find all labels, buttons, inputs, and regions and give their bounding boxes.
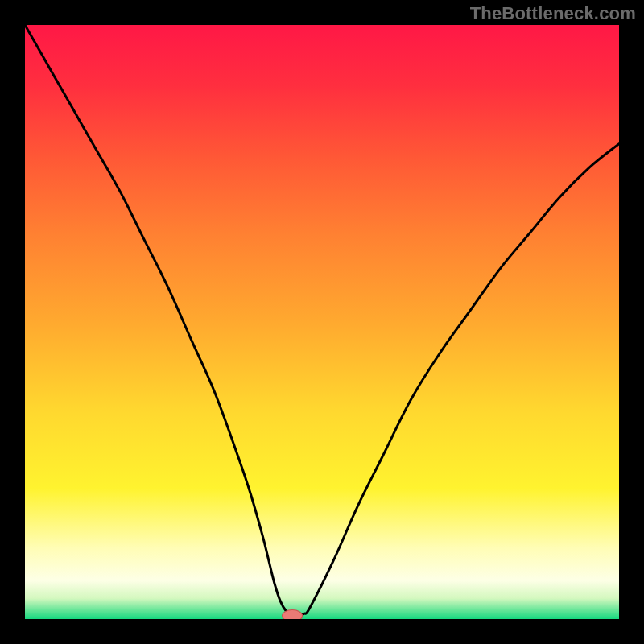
- gradient-bg: [25, 25, 619, 619]
- outer-frame: TheBottleneck.com: [0, 0, 644, 644]
- gradient-chart: [25, 25, 619, 619]
- attribution-label: TheBottleneck.com: [470, 3, 636, 24]
- plot-area: [25, 25, 619, 619]
- minimum-marker: [283, 610, 303, 619]
